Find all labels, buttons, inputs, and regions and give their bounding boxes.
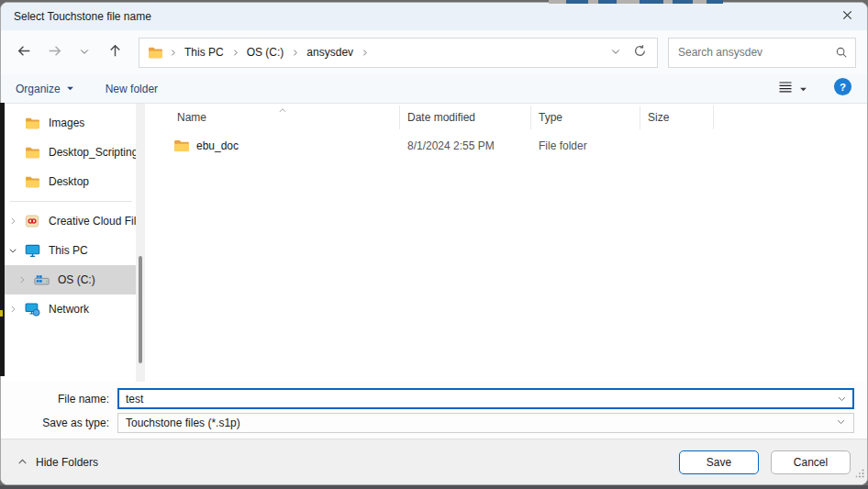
column-label: Date modified [407, 111, 475, 124]
title-bar: Select Touchstone file name [1, 3, 867, 30]
creative-cloud-icon [25, 214, 40, 228]
refresh-button[interactable] [628, 39, 651, 65]
sidebar-item-network[interactable]: Network [1, 295, 136, 324]
close-icon [841, 8, 853, 25]
resize-grip[interactable] [855, 465, 864, 482]
save-as-type-select[interactable]: Touchstone files (*.s1p) [117, 413, 854, 433]
file-date-cell: 8/1/2024 2:55 PM [400, 134, 531, 158]
breadcrumb-item-this-pc[interactable]: This PC [179, 39, 229, 67]
list-view-icon [778, 80, 793, 98]
list-header: Name Date modified Type Size [145, 106, 867, 129]
sidebar-scrollbar[interactable] [136, 104, 145, 382]
back-button[interactable] [10, 39, 38, 66]
file-list: Name Date modified Type Size [145, 104, 867, 382]
sidebar-item-label: Desktop_Scripting [49, 146, 136, 159]
file-name-label: ebu_doc [196, 139, 239, 152]
save-button[interactable]: Save [679, 450, 759, 474]
column-header-date-modified[interactable]: Date modified [400, 106, 531, 129]
file-name-label: File name: [1, 393, 117, 406]
screen: Select Touchstone file name [0, 0, 868, 489]
breadcrumb-chevron-icon [289, 49, 301, 57]
sidebar-item-label: This PC [49, 244, 88, 257]
search-input[interactable] [678, 46, 835, 59]
organize-label: Organize [16, 83, 61, 95]
scrollbar-thumb[interactable] [139, 256, 142, 363]
selected-file-type: Touchstone files (*.s1p) [126, 417, 240, 429]
up-arrow-icon [107, 43, 123, 62]
file-type-cell: File folder [531, 134, 640, 158]
sidebar-item-desktop-scripting[interactable]: Desktop_Scripting [1, 138, 136, 167]
back-icon [17, 43, 32, 62]
background-app-toolbar-sliver [549, 0, 723, 4]
sidebar-item-desktop[interactable]: Desktop [1, 167, 136, 196]
sidebar-item-label: Images [49, 117, 84, 129]
chevron-down-icon [66, 83, 74, 95]
close-button[interactable] [827, 3, 867, 30]
folder-icon [173, 139, 190, 153]
column-header-size[interactable]: Size [640, 106, 714, 129]
navigation-pane: Images Desktop_Scripting Desktop [1, 104, 136, 382]
column-label: Name [177, 111, 206, 124]
breadcrumb-chevron-icon [359, 49, 371, 57]
file-row-ebu-doc[interactable]: ebu_doc 8/1/2024 2:55 PM File folder [145, 134, 867, 158]
save-file-dialog: Select Touchstone file name [0, 2, 868, 485]
command-bar: Organize New folder [1, 74, 867, 104]
column-header-name[interactable]: Name [145, 106, 400, 129]
main-area: Images Desktop_Scripting Desktop [1, 104, 867, 382]
column-label: Size [648, 111, 669, 124]
forward-icon [47, 43, 62, 62]
column-label: Type [539, 111, 562, 124]
folder-icon [25, 146, 40, 160]
up-button[interactable] [101, 39, 128, 66]
help-button[interactable]: ? [833, 77, 852, 100]
breadcrumb-item-ansysdev[interactable]: ansysdev [301, 39, 359, 67]
file-name-cell: ebu_doc [145, 134, 400, 158]
search-icon [835, 46, 848, 59]
background-app-bottom-sliver [0, 485, 868, 489]
chevron-right-icon[interactable] [10, 275, 34, 284]
sidebar-item-label: OS (C:) [58, 273, 95, 286]
search-box[interactable] [668, 38, 856, 68]
folder-icon [148, 46, 163, 60]
this-pc-icon [25, 243, 40, 258]
chevron-up-icon [17, 456, 28, 469]
sidebar-item-os-c[interactable]: OS (C:) [1, 265, 136, 295]
hide-folders-label: Hide Folders [36, 456, 98, 469]
sidebar-item-images[interactable]: Images [1, 108, 136, 138]
footer: Hide Folders Save Cancel [1, 439, 867, 484]
sidebar-item-label: Network [49, 303, 89, 316]
address-dropdown-button[interactable] [604, 39, 628, 65]
recent-locations-button[interactable] [71, 39, 98, 66]
organize-button[interactable]: Organize [16, 83, 74, 95]
new-folder-label: New folder [106, 83, 158, 95]
sidebar-item-label: Creative Cloud Files [49, 215, 136, 228]
hide-folders-button[interactable]: Hide Folders [17, 456, 98, 469]
views-button[interactable] [778, 80, 807, 98]
sidebar-item-this-pc[interactable]: This PC [1, 236, 136, 265]
chevron-down-icon[interactable] [837, 391, 847, 407]
background-app-left-sliver [0, 103, 5, 376]
save-as-type-label: Save as type: [1, 417, 117, 429]
svg-text:?: ? [840, 82, 846, 93]
file-name-input[interactable] [117, 388, 854, 409]
breadcrumb-chevron-icon [229, 49, 241, 57]
column-header-type[interactable]: Type [531, 106, 640, 129]
refresh-icon [633, 44, 647, 61]
chevron-down-icon [836, 417, 846, 429]
navigation-bar: This PC OS (C:) ansysdev [1, 30, 867, 74]
background-fleck [0, 310, 3, 317]
breadcrumb-item-os-c[interactable]: OS (C:) [241, 39, 290, 67]
chevron-down-icon [610, 44, 621, 61]
folder-icon [25, 175, 40, 189]
cancel-button[interactable]: Cancel [771, 450, 851, 474]
help-icon: ? [833, 77, 852, 100]
sidebar-item-creative-cloud-files[interactable]: Creative Cloud Files [1, 206, 136, 236]
new-folder-button[interactable]: New folder [106, 83, 158, 95]
sidebar-separator [10, 201, 132, 202]
breadcrumb-chevron-icon [167, 49, 179, 57]
drive-icon [34, 273, 50, 287]
forward-button[interactable] [40, 39, 68, 66]
network-icon [25, 302, 40, 317]
sort-ascending-icon [278, 104, 287, 117]
address-bar[interactable]: This PC OS (C:) ansysdev [139, 38, 658, 68]
